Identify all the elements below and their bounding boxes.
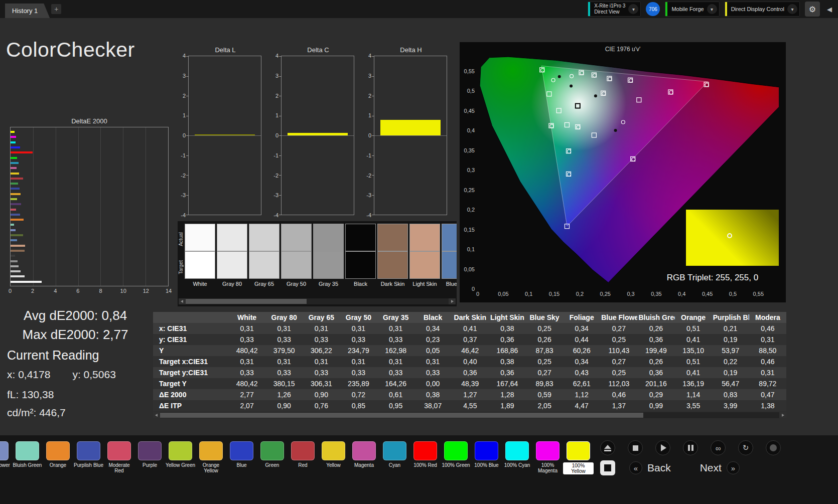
table-cell: 0,26	[637, 323, 674, 334]
color-chip	[413, 441, 437, 460]
patch-button-moderate-red[interactable]: Moderate Red	[104, 441, 134, 474]
table-cell: 0,31	[377, 356, 414, 367]
patch-button-yellow-green[interactable]: Yellow Green	[165, 441, 196, 474]
patch-button-purple[interactable]: Purple	[134, 441, 165, 474]
swatch-pair[interactable]: Light Skin	[410, 224, 440, 287]
table-cell: 0,31	[377, 323, 414, 334]
de-bar-row	[11, 160, 168, 165]
pause-button[interactable]	[683, 440, 698, 455]
dial-button[interactable]	[766, 440, 781, 455]
y-tick-label: -4	[366, 212, 371, 218]
stop-button[interactable]	[628, 440, 643, 455]
swatch-pair[interactable]: Gray 65	[249, 224, 279, 287]
table-cell: 0,25	[600, 367, 637, 378]
scrollbar-track[interactable]	[160, 412, 779, 418]
eject-button[interactable]	[600, 440, 615, 455]
swatch-pair[interactable]: Dark Skin	[378, 224, 407, 287]
settings-button[interactable]: ⚙	[805, 2, 820, 17]
y-tick-label: 1	[275, 112, 278, 118]
y-tick	[279, 195, 282, 196]
display-control-selector[interactable]: Direct Display Control ▾	[725, 2, 800, 17]
chevron-down-icon[interactable]: ▾	[787, 4, 797, 14]
patch-button-orange[interactable]: Orange	[43, 441, 73, 474]
tab-history-1[interactable]: History 1	[5, 4, 50, 18]
infinity-button[interactable]: ∞	[711, 440, 726, 455]
chevron-down-icon[interactable]: ▾	[707, 4, 717, 14]
y-tick	[279, 175, 282, 176]
patch-button-100-yellow[interactable]: 100% Yellow	[563, 441, 594, 474]
table-cell: 1,37	[600, 400, 637, 411]
table-cell: 0,36	[637, 367, 674, 378]
patch-button-100-magenta[interactable]: 100% Magenta	[532, 441, 563, 474]
patch-button-cyan[interactable]: Cyan	[379, 441, 410, 474]
collapse-panel-button[interactable]: ◀	[825, 6, 834, 13]
swatch-pair[interactable]: White	[185, 224, 215, 287]
target-swatch	[378, 252, 407, 278]
scroll-left-icon[interactable]	[179, 298, 186, 304]
patch-button-green[interactable]: Green	[257, 441, 288, 474]
swatch-pair[interactable]: Blue Sky	[442, 224, 457, 287]
table-cell: 234,79	[340, 345, 377, 356]
patch-button-purplish-blue[interactable]: Purplish Blue	[73, 441, 104, 474]
pattern-window-button[interactable]	[600, 460, 615, 475]
table-cell: 88,50	[749, 345, 786, 356]
y-tick	[186, 135, 189, 136]
swatch-scrollbar[interactable]	[179, 298, 456, 304]
patch-button-red[interactable]: Red	[288, 441, 318, 474]
loop-button[interactable]: ↻	[738, 440, 753, 455]
scroll-right-icon[interactable]	[779, 412, 786, 418]
meter-selector[interactable]: X-Rite i1Pro 3Direct View ▾	[588, 2, 641, 17]
scrollbar-thumb[interactable]	[160, 413, 643, 418]
de-bar	[11, 275, 25, 277]
color-chip	[505, 441, 529, 460]
patch-button-blue-flower[interactable]: Blue Flower	[0, 441, 12, 474]
patch-label: Yellow	[326, 462, 341, 473]
patch-button-100-cyan[interactable]: 100% Cyan	[502, 441, 532, 474]
corner-cell	[153, 312, 228, 323]
de-bar-row	[11, 181, 168, 186]
swatch-pair[interactable]: Gray 35	[314, 224, 343, 287]
play-button[interactable]	[655, 440, 670, 455]
x-tick-label: 0,35	[651, 291, 661, 297]
y-tick-label: 0,55	[464, 68, 475, 74]
patch-button-100-red[interactable]: 100% Red	[410, 441, 441, 474]
delta-plot	[281, 56, 354, 215]
patch-label: Green	[265, 462, 280, 473]
de-bar	[11, 219, 24, 221]
de-bar-row	[11, 207, 168, 212]
table-cell: 1,38	[749, 400, 786, 411]
table-cell: 0,23	[414, 334, 452, 345]
patch-button-yellow[interactable]: Yellow	[318, 441, 349, 474]
y-tick	[279, 76, 282, 77]
cie-yaxis: 0,550,50,450,40,350,30,250,20,150,10,050	[460, 55, 476, 289]
de-bar-row	[11, 202, 168, 207]
stop-icon	[633, 445, 638, 451]
patch-button-blue[interactable]: Blue	[226, 441, 257, 474]
actual-swatch	[442, 224, 457, 251]
patch-button-magenta[interactable]: Magenta	[349, 441, 379, 474]
next-button[interactable]: Next »	[700, 461, 740, 474]
de-bar-row	[11, 186, 168, 191]
source-selector[interactable]: Mobile Forge ▾	[665, 2, 719, 17]
back-button[interactable]: « Back	[629, 461, 671, 474]
patch-button-bluish-green[interactable]: Bluish Green	[12, 441, 43, 474]
scroll-right-icon[interactable]	[449, 298, 456, 304]
table-scrollbar[interactable]	[153, 412, 786, 418]
table-cell: 2,07	[228, 400, 265, 411]
patch-button-100-green[interactable]: 100% Green	[441, 441, 471, 474]
swatch-pair[interactable]: Gray 80	[217, 224, 247, 287]
chevron-down-icon[interactable]: ▾	[628, 4, 638, 14]
x-tick-label: 0,3	[627, 291, 634, 297]
column-header: Foliage	[563, 312, 600, 323]
scrollbar-track[interactable]	[186, 298, 449, 304]
patch-button-100-blue[interactable]: 100% Blue	[471, 441, 502, 474]
de-bar	[11, 255, 15, 257]
scrollbar-thumb[interactable]	[186, 299, 307, 304]
x-tick-label: 6	[76, 288, 79, 294]
patch-button-orange-yellow[interactable]: Orange Yellow	[196, 441, 226, 474]
scroll-left-icon[interactable]	[153, 412, 160, 418]
add-tab-button[interactable]: +	[51, 4, 61, 14]
swatch-pair[interactable]: Black	[346, 224, 375, 287]
swatch-pair[interactable]: Gray 50	[282, 224, 311, 287]
de-bar	[11, 162, 19, 164]
